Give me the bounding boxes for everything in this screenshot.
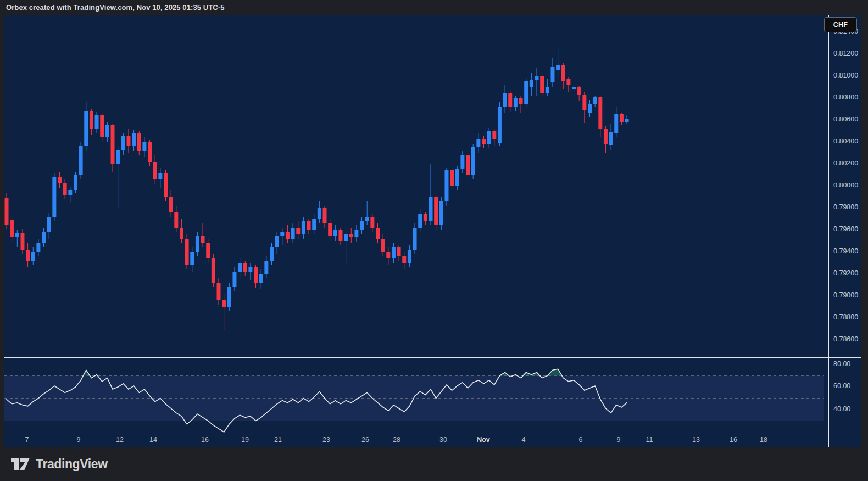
candle-down	[466, 155, 470, 175]
candle-down	[111, 125, 115, 164]
candle-up	[418, 214, 422, 228]
candle-up	[556, 65, 560, 70]
candle-down	[604, 129, 608, 144]
footer-bar: TradingView	[0, 447, 868, 481]
candle-down	[338, 230, 342, 241]
candle-up	[248, 267, 252, 272]
candle-down	[5, 198, 9, 225]
candle-down	[296, 228, 300, 234]
candlestick-and-rsi-canvas[interactable]	[4, 15, 861, 447]
candle-down	[90, 111, 93, 129]
candle-up	[524, 81, 528, 104]
candle-up	[487, 131, 491, 144]
candle-down	[180, 228, 183, 239]
candle-up	[593, 97, 597, 104]
candle-up	[105, 125, 109, 137]
candle-up	[259, 274, 263, 283]
candle-up	[455, 169, 459, 186]
candle-up	[530, 80, 533, 87]
candle-up	[318, 208, 321, 219]
rsi-overbought-fill	[83, 369, 561, 375]
candle-down	[212, 258, 215, 283]
chart-panel[interactable]: 0.814000.812000.810000.808000.806000.804…	[4, 15, 861, 447]
candle-up	[354, 230, 358, 237]
candle-up	[79, 146, 83, 175]
candle-down	[519, 98, 523, 104]
candle-down	[349, 234, 353, 237]
candle-down	[577, 87, 581, 95]
candle-down	[492, 131, 496, 139]
candle-down	[222, 300, 226, 307]
candle-down	[598, 97, 602, 129]
rsi-axis[interactable]: 80.0060.0040.00	[829, 15, 861, 447]
candle-down	[566, 79, 570, 85]
tradingview-wordmark: TradingView	[36, 457, 108, 472]
time-axis-label: 6	[579, 436, 583, 444]
time-axis-label: 18	[760, 436, 767, 444]
candle-up	[47, 217, 51, 232]
candle-down	[169, 197, 173, 212]
candle-up	[42, 232, 46, 243]
candle-up	[444, 170, 448, 201]
candle-down	[370, 217, 374, 228]
candle-up	[238, 263, 242, 272]
tradingview-chart-window: Orbex created with TradingView.com, Nov …	[0, 0, 868, 481]
time-axis-label: 11	[646, 436, 653, 444]
time-axis-label: 9	[77, 436, 81, 444]
candle-down	[206, 243, 210, 258]
time-axis-label: 30	[439, 436, 447, 444]
time-axis-label: 4	[522, 436, 526, 444]
pane-separator[interactable]	[4, 357, 861, 358]
header-bar: Orbex created with TradingView.com, Nov …	[0, 0, 868, 15]
symbol-currency-badge[interactable]: CHF	[824, 17, 857, 32]
candle-up	[333, 230, 337, 236]
time-axis-label: 28	[393, 436, 400, 444]
candle-up	[609, 132, 613, 145]
tradingview-logo[interactable]: TradingView	[11, 456, 108, 472]
candle-up	[498, 107, 502, 143]
candle-down	[201, 236, 205, 243]
candle-up	[365, 217, 369, 221]
candle-up	[95, 115, 99, 129]
time-axis-label: 16	[201, 436, 209, 444]
candle-down	[20, 233, 24, 250]
candle-up	[36, 243, 40, 252]
candle-down	[540, 76, 544, 93]
candle-down	[561, 65, 565, 81]
time-axis-label: 19	[241, 436, 249, 444]
candle-up	[550, 67, 554, 82]
candle-up	[546, 87, 549, 93]
candle-down	[424, 214, 427, 221]
candle-up	[392, 247, 396, 258]
candle-down	[63, 183, 67, 195]
candle-down	[217, 283, 221, 300]
candle-up	[142, 142, 146, 151]
candle-up	[74, 175, 77, 190]
time-axis-label: 9	[617, 436, 621, 444]
candle-down	[508, 93, 512, 107]
candle-up	[471, 147, 475, 175]
candle-up	[227, 287, 231, 307]
candle-up	[429, 197, 433, 221]
candle-down	[174, 212, 178, 228]
candle-up	[514, 98, 518, 107]
candle-up	[68, 190, 72, 195]
candle-up	[196, 236, 199, 252]
candle-up	[15, 233, 19, 237]
time-axis-label: 13	[692, 436, 700, 444]
candle-up	[503, 93, 507, 107]
candle-down	[126, 136, 130, 146]
time-axis-label: 23	[322, 436, 330, 444]
time-axis-label: 26	[361, 436, 369, 444]
candle-down	[376, 228, 380, 239]
candle-down	[286, 232, 290, 239]
time-axis-label: 7	[25, 436, 29, 444]
time-axis-label: Nov	[477, 436, 490, 444]
candle-up	[264, 261, 268, 274]
candle-up	[439, 201, 443, 225]
candle-down	[402, 256, 406, 263]
candle-up	[291, 228, 295, 239]
candle-down	[58, 177, 62, 183]
candle-down	[582, 95, 586, 110]
time-axis[interactable]: 79121416192123262830Nov46911131618	[4, 433, 861, 447]
